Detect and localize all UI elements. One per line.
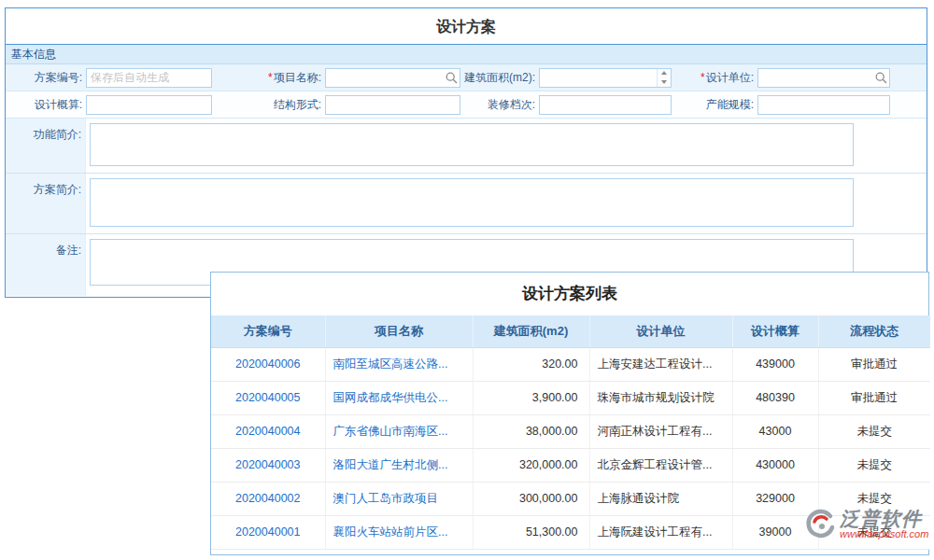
project-name-link[interactable]: 南阳至城区高速公路... [333,357,448,371]
unit-cell: 河南正林设计工程有... [589,414,732,448]
field-design-estimate: 设计概算: [6,91,212,118]
unit-cell: 北京金辉工程设计管... [589,448,732,482]
estimate-cell: 439000 [732,347,818,381]
project-name-link[interactable]: 洛阳大道广生村北侧... [333,458,448,471]
plan-no-link[interactable]: 2020040005 [235,391,301,404]
function-intro-label: 功能简介: [6,119,86,173]
plan-no-input[interactable] [86,68,212,88]
design-unit-input[interactable] [757,68,890,88]
required-mark: * [268,71,273,84]
decoration-grade-label: 装修档次: [460,97,539,113]
plan-intro-textarea[interactable] [90,178,854,227]
status-badge: 未提交 [818,448,930,482]
vendor-brand-name: 泛普软件 [840,509,928,529]
function-intro-textarea[interactable] [90,123,854,166]
project-name-label: 项目名称: [274,71,321,84]
form-row-plan-intro: 方案简介: [6,174,927,234]
design-unit-label: 设计单位: [706,71,754,84]
col-status: 流程状态 [818,315,930,347]
field-project-name: *项目名称: [247,64,460,91]
col-plan-no: 方案编号 [211,315,325,347]
status-badge: 未提交 [818,414,930,448]
project-name-link[interactable]: 国网成都成华供电公... [333,391,448,404]
spinner-down-icon[interactable] [658,77,671,87]
page: { "required_mark": "*", "form": { "title… [0,0,934,560]
estimate-cell: 430000 [732,448,818,482]
field-capacity-scale: 产能规模: [673,91,890,118]
area-cell: 38,000.00 [473,414,589,448]
building-area-label: 建筑面积(m2): [460,70,539,86]
table-row: 2020040006 南阳至城区高速公路... 320.00 上海安建达工程设计… [211,347,930,381]
table-row: 2020040003 洛阳大道广生村北侧... 320,000.00 北京金辉工… [211,448,930,482]
field-plan-no: 方案编号: [6,64,212,91]
estimate-cell: 480390 [732,381,818,414]
plan-no-link[interactable]: 2020040003 [235,458,301,471]
area-cell: 320,000.00 [473,448,589,482]
structure-form-input[interactable] [325,95,460,115]
area-cell: 51,300.00 [473,515,589,549]
estimate-cell: 43000 [732,414,818,448]
list-title: 设计方案列表 [211,273,928,315]
col-building-area: 建筑面积(m2) [473,315,589,347]
plan-no-link[interactable]: 2020040006 [235,357,301,371]
required-mark: * [700,71,705,84]
table-row: 2020040005 国网成都成华供电公... 3,900.00 珠海市城市规划… [211,381,930,414]
form-row-1: 方案编号: *项目名称: 建筑面积(m2): [6,64,927,91]
vendor-watermark: 泛普软件 www.fanpusoft.com [803,508,928,541]
col-design-estimate: 设计概算 [732,315,818,347]
design-plan-form-panel: 设计方案 基本信息 方案编号: *项目名称: 建筑面积(m2): [5,7,927,298]
search-icon[interactable] [446,72,458,84]
unit-cell: 上海脉通设计院 [589,482,732,515]
capacity-scale-input[interactable] [757,95,890,115]
spinner-up-icon[interactable] [658,69,671,78]
plan-no-link[interactable]: 2020040004 [235,425,301,438]
project-name-link[interactable]: 澳门人工岛市政项目 [333,492,439,505]
project-name-link[interactable]: 襄阳火车站站前片区... [333,525,448,539]
form-row-2: 设计概算: 结构形式: 装修档次: 产能规模: [6,91,927,119]
area-cell: 3,900.00 [473,381,589,414]
design-estimate-input[interactable] [86,95,212,115]
form-row-function-intro: 功能简介: [6,119,927,174]
col-design-unit: 设计单位 [589,315,732,347]
plan-intro-label: 方案简介: [6,174,86,233]
section-basic-info: 基本信息 [6,45,927,64]
vendor-url: www.fanpusoft.com [840,529,928,540]
status-badge: 审批通过 [818,381,930,414]
fanpu-logo-icon [803,508,837,541]
field-structure-form: 结构形式: [247,91,460,118]
decoration-grade-input[interactable] [539,95,672,115]
plan-no-link[interactable]: 2020040001 [235,525,301,539]
status-badge: 审批通过 [818,347,930,381]
area-cell: 300,000.00 [473,482,589,515]
unit-cell: 上海阮建设计工程有... [589,515,732,549]
form-title: 设计方案 [6,8,927,45]
remarks-label: 备注: [6,234,86,296]
project-name-input[interactable] [325,68,460,88]
plan-no-label: 方案编号: [6,70,86,86]
area-spinner [657,69,671,87]
project-name-link[interactable]: 广东省佛山市南海区... [333,425,448,438]
building-area-input[interactable] [539,68,672,88]
field-decoration-grade: 装修档次: [460,91,672,118]
table-row: 2020040004 广东省佛山市南海区... 38,000.00 河南正林设计… [211,414,930,448]
unit-cell: 上海安建达工程设计... [589,347,732,381]
unit-cell: 珠海市城市规划设计院 [589,381,732,414]
field-building-area: 建筑面积(m2): [460,64,672,91]
capacity-scale-label: 产能规模: [673,97,757,113]
field-design-unit: *设计单位: [673,64,890,91]
col-project-name: 项目名称 [325,315,473,347]
area-cell: 320.00 [473,347,589,381]
structure-form-label: 结构形式: [247,97,325,113]
search-icon[interactable] [875,72,887,84]
table-header-row: 方案编号 项目名称 建筑面积(m2) 设计单位 设计概算 流程状态 [211,315,930,347]
plan-no-link[interactable]: 2020040002 [235,492,301,505]
design-estimate-label: 设计概算: [6,97,86,113]
